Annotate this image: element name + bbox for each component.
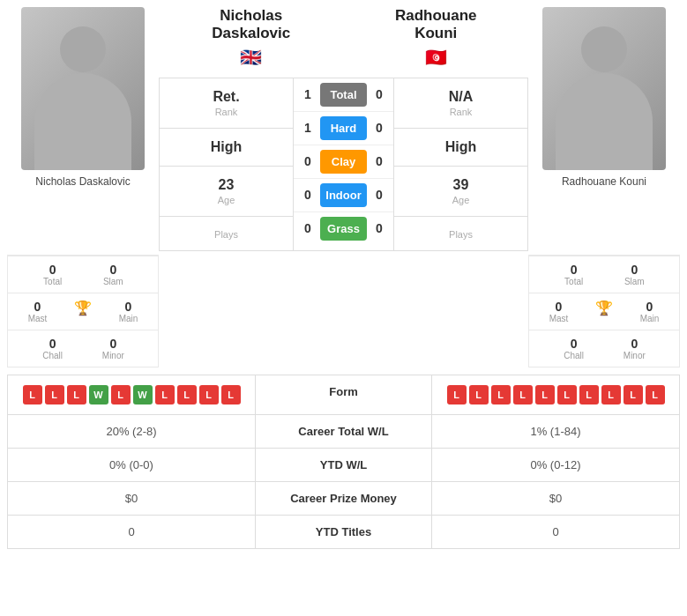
bottom-stat-row: 20% (2-8) Career Total W/L 1% (1-84): [8, 415, 679, 449]
form-row: LLLWLWLLLL Form LLLLLLLLLL: [8, 375, 679, 415]
bsr-right-2: $0: [432, 482, 679, 515]
bsr-left-0: 20% (2-8): [8, 415, 256, 448]
bsr-left-2: $0: [8, 482, 256, 515]
right-stat-row-2: 0 Mast 🏆 0 Main: [529, 293, 679, 330]
right-stat-main: 0 Main: [632, 300, 668, 323]
right-stat-minor: 0 Minor: [616, 337, 652, 360]
right-player-avatar-zone: Radhouane Kouni: [528, 7, 680, 191]
right-form-badges: LLLLLLLLLL: [432, 375, 679, 414]
right-age-box: 39 Age: [394, 167, 527, 217]
form-badge: L: [601, 385, 621, 404]
form-label: Form: [256, 375, 432, 414]
right-stat-row-1: 0 Total 0 Slam: [529, 256, 679, 293]
left-player-avatar-zone: Nicholas Daskalovic: [7, 7, 159, 191]
bsr-center-2: Career Prize Money: [256, 482, 432, 515]
form-badge: L: [111, 385, 131, 404]
left-player-name-tag: Nicholas Daskalovic: [35, 175, 130, 191]
right-player-name-tag: Radhouane Kouni: [562, 175, 646, 191]
bsr-right-3: 0: [432, 516, 679, 548]
form-badge: L: [177, 385, 197, 404]
form-badge: L: [624, 385, 643, 404]
left-stat-chall: 0 Chall: [35, 337, 71, 360]
bsr-left-1: 0% (0-0): [8, 449, 256, 481]
left-rank-val: Ret.: [167, 89, 286, 105]
right-score-total: 0: [370, 87, 388, 101]
right-stat-row-3: 0 Chall 0 Minor: [529, 330, 679, 367]
three-col-block: Ret. Rank High 23 Age Plays: [159, 78, 528, 251]
surface-btn-hard: Hard: [320, 116, 367, 140]
right-stat-total: 0 Total: [556, 263, 592, 286]
left-score-hard: 1: [299, 121, 317, 135]
right-info-col: N/A Rank High 39 Age Plays: [393, 78, 527, 250]
right-plays-lbl: Plays: [401, 229, 520, 240]
header-row: Nicholas Daskalovic Nicholas Daskalovic …: [7, 7, 680, 251]
right-form-badges-wrap: LLLLLLLLLL: [437, 385, 675, 404]
left-high-box: High: [160, 129, 293, 167]
right-rank-val: N/A: [401, 89, 520, 105]
surface-row-clay: 0 Clay 0: [294, 145, 393, 179]
left-stat-row-2: 0 Mast 🏆 0 Main: [8, 293, 158, 330]
bottom-stat-row: $0 Career Prize Money $0: [8, 482, 679, 516]
left-score-total: 1: [299, 87, 317, 101]
left-player-avatar: [21, 7, 145, 170]
form-badge: L: [45, 385, 64, 404]
left-stat-row-1: 0 Total 0 Slam: [8, 256, 158, 293]
left-score-clay: 0: [299, 154, 317, 168]
surface-btn-clay: Clay: [320, 150, 367, 174]
left-plays-lbl: Plays: [167, 229, 286, 240]
left-age-box: 23 Age: [160, 167, 293, 217]
right-rank-box: N/A Rank: [394, 78, 527, 129]
right-plays-box: Plays: [394, 217, 527, 250]
surface-btn-grass: Grass: [320, 217, 367, 241]
form-badge: L: [199, 385, 219, 404]
surface-btn-total: Total: [320, 83, 367, 107]
surface-row-indoor: 0 Indoor 0: [294, 179, 393, 212]
form-badge: L: [535, 385, 555, 404]
left-score-indoor: 0: [299, 188, 317, 202]
form-badge: L: [469, 385, 489, 404]
right-score-clay: 0: [370, 154, 388, 168]
form-badge: L: [491, 385, 511, 404]
left-name-block: Nicholas Daskalovic 🇬🇧: [159, 7, 344, 68]
right-trophy-icon: 🏆: [586, 300, 622, 323]
surface-btn-indoor: Indoor: [320, 183, 367, 207]
names-top: Nicholas Daskalovic 🇬🇧 Radhouane Kouni 🇹…: [159, 7, 528, 68]
left-high-val: High: [167, 139, 286, 155]
bsr-center-1: YTD W/L: [256, 449, 432, 481]
right-player-name: Radhouane Kouni: [344, 7, 529, 43]
left-form-badges-wrap: LLLWLWLLLL: [12, 385, 250, 404]
form-badge: L: [646, 385, 665, 404]
right-age-val: 39: [401, 177, 520, 193]
form-badge: L: [221, 385, 241, 404]
bsr-right-1: 0% (0-12): [432, 449, 679, 481]
left-stat-minor: 0 Minor: [95, 337, 131, 360]
left-info-col: Ret. Rank High 23 Age Plays: [160, 78, 294, 250]
bsr-right-0: 1% (1-84): [432, 415, 679, 448]
left-player-name: Nicholas Daskalovic: [159, 7, 344, 43]
form-badge: L: [67, 385, 86, 404]
right-name-block: Radhouane Kouni 🇹🇳: [344, 7, 529, 68]
center-mid: Nicholas Daskalovic 🇬🇧 Radhouane Kouni 🇹…: [159, 7, 528, 251]
form-badge: L: [23, 385, 42, 404]
form-badge: W: [89, 385, 108, 404]
bsr-center-3: YTD Titles: [256, 516, 432, 548]
stats-center-spacer: [159, 255, 528, 367]
right-stat-chall: 0 Chall: [556, 337, 592, 360]
left-rank-box: Ret. Rank: [160, 78, 293, 129]
bottom-stats-rows: 20% (2-8) Career Total W/L 1% (1-84) 0% …: [8, 415, 679, 548]
left-form-badges: LLLWLWLLLL: [8, 375, 256, 414]
bsr-left-3: 0: [8, 516, 256, 548]
left-rank-lbl: Rank: [167, 107, 286, 117]
right-score-hard: 0: [370, 121, 388, 135]
left-score-grass: 0: [299, 221, 317, 235]
left-stat-total: 0 Total: [35, 263, 71, 286]
surface-row-hard: 1 Hard 0: [294, 112, 393, 145]
left-plays-box: Plays: [160, 217, 293, 250]
right-high-box: High: [394, 129, 527, 167]
right-rank-lbl: Rank: [401, 107, 520, 117]
left-stat-main: 0 Main: [111, 300, 146, 323]
left-stat-mast: 0 Mast: [20, 300, 56, 323]
page-container: Nicholas Daskalovic Nicholas Daskalovic …: [0, 0, 687, 556]
bottom-stats-table: LLLWLWLLLL Form LLLLLLLLLL 20% (2-8) Car…: [7, 375, 680, 549]
right-score-indoor: 0: [370, 188, 388, 202]
